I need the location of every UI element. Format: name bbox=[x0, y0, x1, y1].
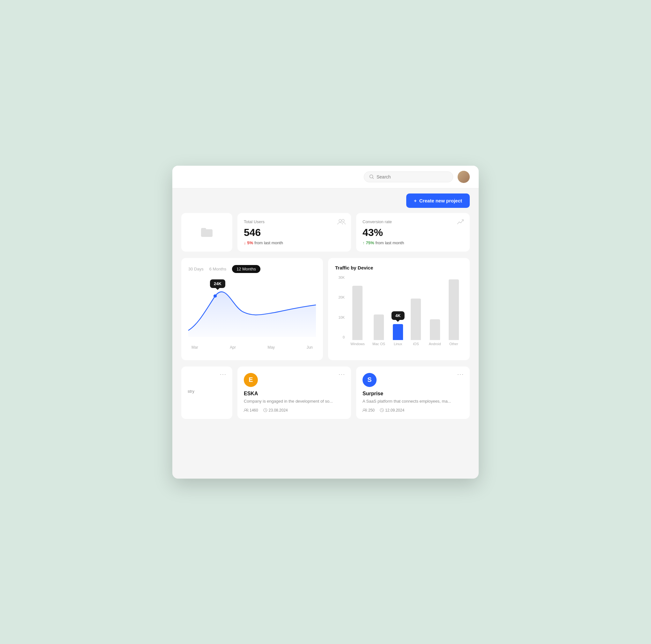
line-chart-x-labels: Mar Apr May Jun bbox=[188, 345, 316, 350]
bar-chart-y-labels: 30K 20K 10K 0 bbox=[335, 275, 346, 340]
bar-linux: 4K Linux bbox=[393, 324, 403, 346]
bar-ios-fill bbox=[411, 298, 421, 340]
surprise-desc: A SaaS platform that connects employees,… bbox=[363, 399, 463, 404]
eska-users-count: 1460 bbox=[250, 408, 258, 412]
surprise-users-count: 250 bbox=[368, 408, 375, 412]
search-icon bbox=[369, 174, 374, 179]
x-label-mar: Mar bbox=[191, 345, 198, 350]
surprise-users-meta: 250 bbox=[363, 408, 375, 412]
main-content: Total Users 546 ↓ 5% from last month Con… bbox=[172, 213, 479, 428]
users-icon bbox=[338, 219, 345, 225]
eska-menu-button[interactable]: ··· bbox=[339, 371, 345, 378]
tab-6-months[interactable]: 6 Months bbox=[209, 267, 226, 271]
bar-chart: 30K 20K 10K 0 Windows bbox=[335, 275, 463, 346]
bar-android: Android bbox=[429, 319, 441, 346]
eska-date-meta: 23.08.2024 bbox=[263, 408, 288, 412]
line-chart: 24K bbox=[188, 280, 316, 343]
bars-area: Windows Mac OS 4K Linux bbox=[347, 275, 463, 346]
eska-desc: Company is engaged in the development of… bbox=[244, 399, 345, 404]
conversion-rate-change: ↑ 75% from last month bbox=[363, 240, 463, 245]
main-window: + Create new project T bbox=[172, 166, 479, 478]
bar-chart-tooltip: 4K bbox=[392, 311, 405, 320]
x-label-jun: Jun bbox=[307, 345, 313, 350]
time-tabs: 30 Days 6 Months 12 Months bbox=[188, 265, 316, 273]
bar-chart-title: Traffic by Device bbox=[335, 265, 463, 270]
eska-logo: E bbox=[244, 373, 258, 387]
svg-point-11 bbox=[365, 409, 367, 410]
eska-users-meta: 1460 bbox=[244, 408, 258, 412]
sub-header: + Create new project bbox=[172, 188, 479, 213]
partial-project-card: ··· stry bbox=[181, 367, 232, 419]
total-users-change: ↓ 5% from last month bbox=[244, 240, 345, 245]
svg-line-1 bbox=[373, 178, 374, 179]
bar-ios: iOS bbox=[411, 298, 421, 346]
svg-point-7 bbox=[244, 409, 246, 411]
surprise-card: ··· S Surprise A SaaS platform that conn… bbox=[356, 367, 470, 419]
svg-point-5 bbox=[342, 219, 344, 222]
surprise-logo: S bbox=[363, 373, 377, 387]
total-users-label: Total Users bbox=[244, 219, 345, 224]
conversion-rate-label: Conversion rate bbox=[363, 219, 463, 224]
y-label-0: 0 bbox=[343, 335, 345, 339]
bar-chart-card: Traffic by Device 30K 20K 10K 0 Windows bbox=[328, 258, 470, 360]
eska-card: ··· E ESKA Company is engaged in the dev… bbox=[238, 367, 351, 419]
eska-clock-icon bbox=[263, 408, 268, 412]
eska-name: ESKA bbox=[244, 391, 345, 397]
bar-windows-fill bbox=[352, 286, 363, 340]
bar-macos-fill bbox=[374, 315, 384, 340]
svg-point-4 bbox=[339, 219, 341, 222]
eska-users-icon bbox=[244, 408, 248, 412]
bar-label-windows: Windows bbox=[350, 342, 365, 346]
create-new-project-button[interactable]: + Create new project bbox=[406, 194, 470, 208]
create-button-label: Create new project bbox=[419, 198, 462, 203]
surprise-date: 12.09.2024 bbox=[385, 408, 404, 412]
projects-row: ··· stry ··· E ESKA Company is engaged i… bbox=[181, 367, 470, 419]
conversion-rate-change-text: from last month bbox=[376, 240, 404, 245]
down-arrow-icon: ↓ bbox=[244, 240, 246, 245]
surprise-meta: 250 12.09.2024 bbox=[363, 408, 463, 412]
avatar[interactable] bbox=[458, 171, 470, 183]
partial-card-text: stry bbox=[188, 389, 226, 394]
total-users-value: 546 bbox=[244, 227, 345, 238]
svg-point-8 bbox=[247, 409, 248, 410]
search-box[interactable] bbox=[364, 172, 453, 182]
tab-30-days[interactable]: 30 Days bbox=[188, 267, 204, 271]
plus-icon: + bbox=[414, 198, 417, 203]
svg-point-10 bbox=[363, 409, 365, 411]
conversion-rate-value: 43% bbox=[363, 227, 463, 238]
y-label-20k: 20K bbox=[338, 295, 345, 299]
conversion-rate-pct: 75% bbox=[366, 240, 374, 245]
partial-card-menu[interactable]: ··· bbox=[220, 371, 226, 378]
total-users-card: Total Users 546 ↓ 5% from last month bbox=[238, 213, 351, 252]
surprise-date-meta: 12.09.2024 bbox=[380, 408, 404, 412]
up-arrow-icon: ↑ bbox=[363, 240, 365, 245]
trending-up-icon bbox=[457, 219, 464, 225]
folder-icon bbox=[201, 227, 213, 237]
eska-meta: 1460 23.08.2024 bbox=[244, 408, 345, 412]
y-label-30k: 30K bbox=[338, 275, 345, 280]
bar-other: Other bbox=[449, 280, 459, 346]
conversion-rate-card: Conversion rate 43% ↑ 75% from last mont… bbox=[356, 213, 470, 252]
bar-label-other: Other bbox=[449, 342, 458, 346]
bar-other-fill bbox=[449, 280, 459, 340]
surprise-users-icon bbox=[363, 408, 367, 412]
stats-row: Total Users 546 ↓ 5% from last month Con… bbox=[181, 213, 470, 252]
bar-label-linux: Linux bbox=[394, 342, 402, 346]
svg-point-6 bbox=[214, 294, 217, 298]
total-users-change-text: from last month bbox=[254, 240, 283, 245]
tab-12-months[interactable]: 12 Months bbox=[232, 265, 260, 273]
bar-linux-fill bbox=[393, 324, 403, 340]
x-label-may: May bbox=[268, 345, 275, 350]
line-chart-tooltip: 24K bbox=[210, 280, 225, 288]
bar-label-ios: iOS bbox=[413, 342, 419, 346]
charts-row: 30 Days 6 Months 12 Months 24K bbox=[181, 258, 470, 360]
search-input[interactable] bbox=[377, 174, 448, 179]
x-label-apr: Apr bbox=[230, 345, 236, 350]
surprise-menu-button[interactable]: ··· bbox=[457, 371, 464, 378]
svg-rect-3 bbox=[201, 228, 206, 231]
bar-label-android: Android bbox=[429, 342, 441, 346]
bar-windows: Windows bbox=[350, 286, 365, 346]
bar-label-macos: Mac OS bbox=[372, 342, 385, 346]
surprise-name: Surprise bbox=[363, 391, 463, 397]
total-users-pct: 5% bbox=[247, 240, 253, 245]
